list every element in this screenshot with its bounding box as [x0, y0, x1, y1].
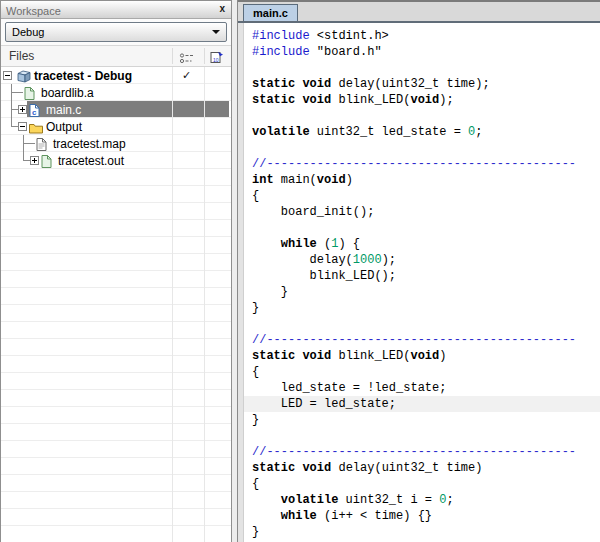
- files-header-label: Files: [9, 49, 34, 63]
- code-line: {: [244, 476, 600, 492]
- chevron-down-icon: [212, 30, 220, 34]
- code-line: while (i++ < time) {}: [244, 508, 600, 524]
- tab-main-c[interactable]: main.c: [243, 4, 298, 21]
- configuration-dropdown[interactable]: Debug: [5, 22, 227, 42]
- code-line: volatile uint32_t i = 0;: [244, 492, 600, 508]
- tree-guide-line: [23, 160, 30, 161]
- code-line: #include <stdint.h>: [244, 28, 600, 44]
- code-line: led_state = !led_state;: [244, 380, 600, 396]
- tree-item-boardlib-a[interactable]: boardlib.a: [1, 84, 231, 101]
- column-separator: [172, 48, 173, 64]
- close-icon[interactable]: x: [219, 3, 225, 14]
- code-line: blink_LED();: [244, 268, 600, 284]
- tree-item-label: Output: [46, 120, 82, 134]
- code-line: [244, 140, 600, 156]
- files-column-header[interactable]: Files 10: [1, 45, 231, 67]
- tree-guide-line: [11, 126, 18, 127]
- tree-item-label: tracetest - Debug: [34, 69, 132, 83]
- workspace-title: Workspace: [1, 5, 61, 17]
- code-line: }: [244, 524, 600, 540]
- column-grid-line: [172, 67, 173, 542]
- folder-icon: [29, 120, 43, 133]
- tree-guide-line: [23, 143, 35, 144]
- code-line: while (1) {: [244, 236, 600, 252]
- code-line: #include "board.h": [244, 44, 600, 60]
- svg-text:10: 10: [213, 57, 219, 63]
- collapse-icon[interactable]: [18, 122, 27, 131]
- code-line: board_init();: [244, 204, 600, 220]
- code-line: }: [244, 300, 600, 316]
- tree-item-label: boardlib.a: [41, 86, 94, 100]
- code-line: {: [244, 188, 600, 204]
- code-line: volatile uint32_t led_state = 0;: [244, 124, 600, 140]
- expand-icon[interactable]: [18, 105, 27, 114]
- tree-guide-line: [11, 92, 23, 93]
- map-file-icon: [36, 137, 50, 150]
- ide-window: Workspace x Debug Files 10 tracetest - D…: [0, 0, 600, 542]
- code-line: [244, 428, 600, 444]
- tree-item-tracetest-map[interactable]: tracetest.map: [1, 135, 231, 152]
- source-code[interactable]: #include <stdint.h>#include "board.h" st…: [244, 28, 600, 542]
- code-line: }: [244, 284, 600, 300]
- configuration-row: Debug: [1, 19, 231, 45]
- project-icon: [17, 69, 31, 82]
- code-line: //--------------------------------------…: [244, 156, 600, 172]
- svg-text:c: c: [32, 108, 37, 117]
- configuration-value: Debug: [12, 26, 44, 38]
- code-line: int main(void): [244, 172, 600, 188]
- code-line: static void delay(uint32_t time);: [244, 76, 600, 92]
- build-check-icon: ✓: [182, 69, 191, 82]
- code-line: static void delay(uint32_t time): [244, 460, 600, 476]
- column-separator: [204, 48, 205, 64]
- code-line: //--------------------------------------…: [244, 332, 600, 348]
- code-line: static void blink_LED(void): [244, 348, 600, 364]
- code-area[interactable]: #include <stdint.h>#include "board.h" st…: [238, 23, 600, 542]
- code-line: }: [244, 412, 600, 428]
- library-icon: [24, 86, 38, 99]
- workspace-titlebar[interactable]: Workspace x: [1, 1, 231, 19]
- out-file-icon: [41, 154, 55, 167]
- code-line: //--------------------------------------…: [244, 444, 600, 460]
- code-line-highlighted: LED = led_state;: [244, 396, 600, 412]
- editor-tabbar: main.c: [238, 0, 600, 23]
- tree-item-tracetest-debug[interactable]: tracetest - Debug✓: [1, 67, 231, 84]
- code-editor: main.c #include <stdint.h>#include "boar…: [238, 0, 600, 542]
- code-line: [244, 220, 600, 236]
- code-line: [244, 60, 600, 76]
- tree-item-label: tracetest.out: [58, 154, 124, 168]
- code-line: {: [244, 364, 600, 380]
- c-file-icon: c: [29, 103, 43, 116]
- collapse-icon[interactable]: [3, 71, 12, 80]
- code-line: [244, 316, 600, 332]
- tree-item-label: tracetest.map: [53, 137, 126, 151]
- workspace-file-tree[interactable]: tracetest - Debug✓boardlib.acmain.cOutpu…: [1, 67, 231, 542]
- code-line: delay(1000);: [244, 252, 600, 268]
- workspace-panel: Workspace x Debug Files 10 tracetest - D…: [0, 0, 232, 542]
- tree-item-output[interactable]: Output: [1, 118, 231, 135]
- column-grid-line: [204, 67, 205, 542]
- tree-item-main-c[interactable]: cmain.c: [1, 101, 231, 118]
- tree-item-tracetest-out[interactable]: tracetest.out: [1, 152, 231, 169]
- code-line: [244, 108, 600, 124]
- tree-guide-line: [11, 109, 18, 110]
- expand-icon[interactable]: [30, 156, 39, 165]
- tree-item-label: main.c: [46, 103, 81, 117]
- code-line: static void blink_LED(void);: [244, 92, 600, 108]
